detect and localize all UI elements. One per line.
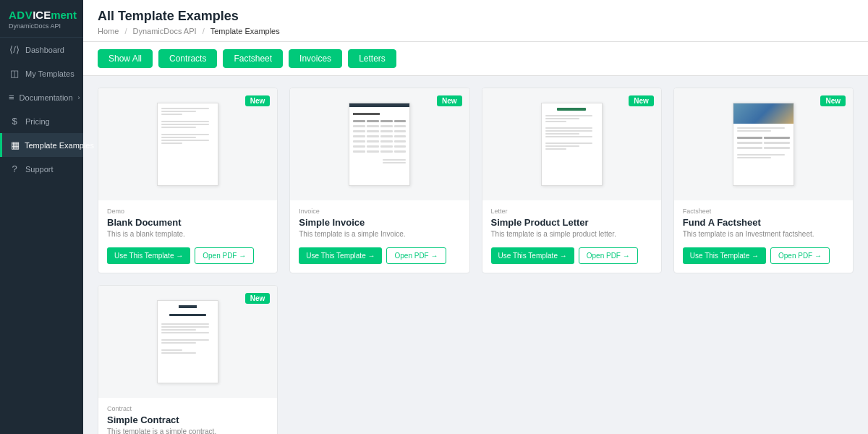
template-card-fund-a-factsheet: New Factsheet Fund A Factsheet This temp…	[673, 88, 854, 273]
card-desc: This template is a simple Invoice.	[299, 230, 460, 238]
open-pdf-button[interactable]: Open PDF →	[579, 247, 638, 264]
breadcrumb-sep2: /	[203, 27, 205, 35]
sidebar-item-pricing[interactable]: $ Pricing	[0, 109, 83, 133]
card-type: Demo	[107, 208, 268, 215]
card-preview-blank: New	[98, 88, 277, 200]
use-template-button[interactable]: Use This Template →	[299, 247, 382, 264]
logo-subtitle: DynamicDocs API	[9, 22, 75, 30]
template-examples-icon: ▦	[11, 140, 20, 150]
sidebar-item-dashboard[interactable]: ⟨/⟩ Dashboard	[0, 38, 83, 61]
card-title: Simple Invoice	[299, 217, 460, 228]
new-badge: New	[245, 95, 271, 106]
breadcrumb-api[interactable]: DynamicDocs API	[133, 27, 197, 35]
breadcrumb: Home / DynamicDocs API / Template Exampl…	[98, 27, 854, 35]
card-type: Letter	[491, 208, 652, 215]
filter-show-all[interactable]: Show All	[98, 49, 153, 68]
card-type: Contract	[107, 405, 268, 412]
logo-ice: ICE	[33, 9, 51, 21]
new-badge: New	[629, 95, 654, 106]
card-body: Invoice Simple Invoice This template is …	[290, 200, 469, 273]
card-title: Fund A Factsheet	[683, 217, 844, 228]
main-content: All Template Examples Home / DynamicDocs…	[83, 0, 868, 434]
support-icon: ?	[9, 163, 20, 174]
filter-contracts[interactable]: Contracts	[158, 49, 217, 68]
open-pdf-button[interactable]: Open PDF →	[195, 247, 254, 264]
templates-icon: ◫	[9, 68, 20, 79]
use-template-button[interactable]: Use This Template →	[683, 247, 766, 264]
new-badge: New	[245, 293, 271, 304]
card-body: Letter Simple Product Letter This templa…	[482, 200, 661, 273]
card-body: Factsheet Fund A Factsheet This template…	[674, 200, 853, 273]
sidebar: ADVICEment DynamicDocs API ⟨/⟩ Dashboard…	[0, 0, 83, 434]
card-actions: Use This Template → Open PDF →	[107, 247, 268, 264]
sidebar-item-support[interactable]: ? Support	[0, 157, 83, 181]
dashboard-icon: ⟨/⟩	[9, 44, 20, 55]
card-preview-invoice: New	[290, 88, 469, 200]
card-actions: Use This Template → Open PDF →	[491, 247, 652, 264]
card-type: Factsheet	[683, 208, 844, 215]
breadcrumb-sep1: /	[124, 27, 127, 35]
card-title: Blank Document	[107, 217, 268, 228]
sidebar-item-label: Support	[25, 165, 54, 174]
cards-area: New Demo Blank Document This is a blank …	[83, 76, 868, 434]
filter-invoices[interactable]: Invoices	[289, 49, 342, 68]
card-title: Simple Product Letter	[491, 217, 652, 228]
card-body: Demo Blank Document This is a blank temp…	[98, 200, 277, 273]
page-title: All Template Examples	[98, 9, 854, 24]
logo-adv: ADV	[9, 9, 33, 21]
filter-bar: Show All Contracts Factsheet Invoices Le…	[83, 42, 868, 76]
sidebar-item-template-examples[interactable]: ▦ Template Examples	[0, 133, 83, 157]
topbar: All Template Examples Home / DynamicDocs…	[83, 0, 868, 42]
logo-ment: ment	[51, 9, 77, 21]
logo: ADVICEment DynamicDocs API	[0, 0, 83, 38]
sidebar-item-documentation[interactable]: ≡ Documentation ›	[0, 85, 83, 109]
card-actions: Use This Template → Open PDF →	[683, 247, 844, 264]
card-desc: This template is an Investment factsheet…	[683, 230, 844, 238]
open-pdf-button[interactable]: Open PDF →	[386, 247, 446, 264]
template-card-simple-contract: New Contract Simple Contract This templa…	[98, 285, 278, 434]
template-card-simple-invoice: New Invoice Simple Invoice This template…	[289, 88, 469, 273]
new-badge: New	[437, 95, 462, 106]
sidebar-item-my-templates[interactable]: ◫ My Templates	[0, 61, 83, 85]
card-title: Simple Contract	[107, 414, 268, 425]
card-actions: Use This Template → Open PDF →	[299, 247, 460, 264]
breadcrumb-home[interactable]: Home	[98, 27, 119, 35]
pricing-icon: $	[9, 116, 20, 127]
breadcrumb-current: Template Examples	[210, 27, 280, 35]
card-desc: This is a blank template.	[107, 230, 268, 238]
sidebar-item-label: My Templates	[25, 69, 75, 78]
card-preview-factsheet: New	[674, 88, 853, 200]
documentation-icon: ≡	[9, 92, 14, 103]
sidebar-item-label: Dashboard	[25, 46, 64, 54]
use-template-button[interactable]: Use This Template →	[491, 247, 574, 264]
sidebar-item-label: Documentation	[20, 93, 73, 102]
card-preview-letter: New	[482, 88, 661, 200]
template-card-blank-document: New Demo Blank Document This is a blank …	[98, 88, 278, 273]
filter-letters[interactable]: Letters	[348, 49, 396, 68]
open-pdf-button[interactable]: Open PDF →	[770, 247, 830, 264]
cards-grid: New Demo Blank Document This is a blank …	[98, 88, 854, 434]
card-desc: This template is a simple contract.	[107, 427, 268, 434]
sidebar-item-label: Pricing	[25, 117, 50, 126]
filter-factsheet[interactable]: Factsheet	[223, 49, 283, 68]
new-badge: New	[820, 95, 846, 106]
chevron-right-icon: ›	[78, 94, 80, 101]
card-body: Contract Simple Contract This template i…	[98, 398, 277, 434]
use-template-button[interactable]: Use This Template →	[107, 247, 190, 264]
template-card-simple-product-letter: New Letter Simple Product Letter This te…	[482, 88, 662, 273]
card-preview-contract: New	[98, 286, 277, 398]
card-type: Invoice	[299, 208, 460, 215]
card-desc: This template is a simple product letter…	[491, 230, 652, 238]
